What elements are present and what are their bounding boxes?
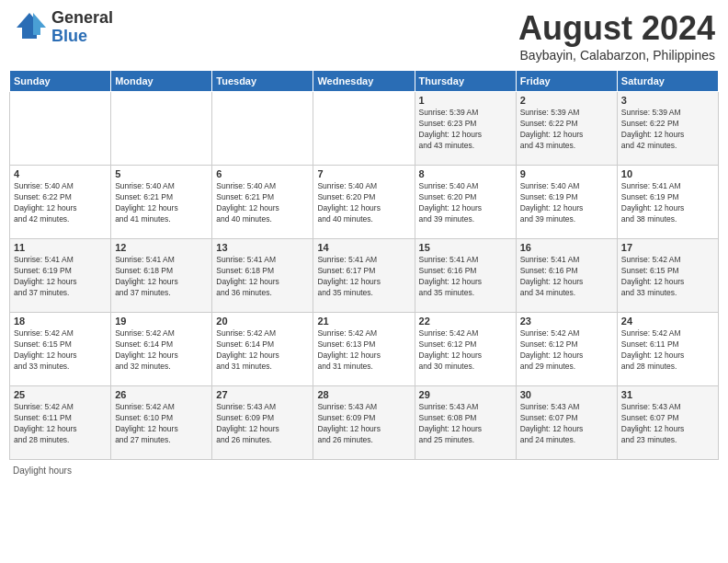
day-info: Sunrise: 5:40 AM Sunset: 6:19 PM Dayligh… xyxy=(520,181,613,225)
daylight-hours-label: Daylight hours xyxy=(13,465,72,476)
day-info: Sunrise: 5:42 AM Sunset: 6:15 PM Dayligh… xyxy=(14,328,107,373)
day-info: Sunrise: 5:40 AM Sunset: 6:21 PM Dayligh… xyxy=(216,181,309,225)
calendar-cell xyxy=(10,92,111,166)
calendar-cell: 9Sunrise: 5:40 AM Sunset: 6:19 PM Daylig… xyxy=(516,166,617,239)
day-info: Sunrise: 5:41 AM Sunset: 6:18 PM Dayligh… xyxy=(115,255,208,299)
day-number: 22 xyxy=(419,316,512,327)
day-number: 25 xyxy=(14,389,107,400)
calendar-cell: 16Sunrise: 5:41 AM Sunset: 6:16 PM Dayli… xyxy=(516,239,617,313)
calendar-cell: 28Sunrise: 5:43 AM Sunset: 6:09 PM Dayli… xyxy=(313,386,415,460)
day-info: Sunrise: 5:41 AM Sunset: 6:19 PM Dayligh… xyxy=(14,255,107,299)
day-info: Sunrise: 5:43 AM Sunset: 6:09 PM Dayligh… xyxy=(216,402,309,446)
day-info: Sunrise: 5:42 AM Sunset: 6:11 PM Dayligh… xyxy=(14,402,107,446)
day-info: Sunrise: 5:39 AM Sunset: 6:22 PM Dayligh… xyxy=(520,108,613,152)
day-info: Sunrise: 5:42 AM Sunset: 6:10 PM Dayligh… xyxy=(115,402,208,446)
day-number: 9 xyxy=(520,168,613,179)
day-number: 24 xyxy=(621,316,714,327)
day-info: Sunrise: 5:40 AM Sunset: 6:22 PM Dayligh… xyxy=(14,181,107,225)
day-info: Sunrise: 5:43 AM Sunset: 6:07 PM Dayligh… xyxy=(621,402,714,446)
day-info: Sunrise: 5:39 AM Sunset: 6:22 PM Dayligh… xyxy=(621,108,714,152)
day-number: 30 xyxy=(520,389,613,400)
month-year-title: August 2024 xyxy=(518,9,715,48)
day-number: 11 xyxy=(14,242,107,253)
title-block: August 2024 Baybayin, Calabarzon, Philip… xyxy=(518,9,715,63)
day-info: Sunrise: 5:40 AM Sunset: 6:20 PM Dayligh… xyxy=(317,181,410,225)
calendar-cell: 31Sunrise: 5:43 AM Sunset: 6:07 PM Dayli… xyxy=(617,386,718,460)
day-number: 4 xyxy=(14,168,107,179)
day-header-friday: Friday xyxy=(516,71,617,92)
day-number: 31 xyxy=(621,389,714,400)
calendar-cell: 11Sunrise: 5:41 AM Sunset: 6:19 PM Dayli… xyxy=(10,239,111,313)
calendar-cell: 2Sunrise: 5:39 AM Sunset: 6:22 PM Daylig… xyxy=(516,92,617,166)
page-header: General Blue August 2024 Baybayin, Calab… xyxy=(9,9,719,63)
day-number: 19 xyxy=(115,316,208,327)
calendar-cell: 8Sunrise: 5:40 AM Sunset: 6:20 PM Daylig… xyxy=(415,166,516,239)
calendar-cell: 29Sunrise: 5:43 AM Sunset: 6:08 PM Dayli… xyxy=(415,386,516,460)
day-info: Sunrise: 5:40 AM Sunset: 6:20 PM Dayligh… xyxy=(419,181,512,225)
day-info: Sunrise: 5:41 AM Sunset: 6:18 PM Dayligh… xyxy=(216,255,309,299)
day-info: Sunrise: 5:42 AM Sunset: 6:11 PM Dayligh… xyxy=(621,328,714,373)
day-info: Sunrise: 5:41 AM Sunset: 6:16 PM Dayligh… xyxy=(520,255,613,299)
calendar-cell: 30Sunrise: 5:43 AM Sunset: 6:07 PM Dayli… xyxy=(516,386,617,460)
logo-text: General Blue xyxy=(51,9,113,46)
day-number: 29 xyxy=(419,389,512,400)
day-number: 5 xyxy=(115,168,208,179)
calendar-cell: 10Sunrise: 5:41 AM Sunset: 6:19 PM Dayli… xyxy=(617,166,718,239)
location-subtitle: Baybayin, Calabarzon, Philippines xyxy=(518,48,715,63)
day-number: 8 xyxy=(419,168,512,179)
day-number: 16 xyxy=(520,242,613,253)
day-number: 23 xyxy=(520,316,613,327)
day-header-sunday: Sunday xyxy=(10,71,111,92)
day-number: 28 xyxy=(317,389,410,400)
calendar-cell: 27Sunrise: 5:43 AM Sunset: 6:09 PM Dayli… xyxy=(212,386,313,460)
calendar-cell: 25Sunrise: 5:42 AM Sunset: 6:11 PM Dayli… xyxy=(10,386,111,460)
calendar-header-row: SundayMondayTuesdayWednesdayThursdayFrid… xyxy=(10,71,719,92)
calendar-cell xyxy=(313,92,415,166)
calendar-cell: 18Sunrise: 5:42 AM Sunset: 6:15 PM Dayli… xyxy=(10,313,111,386)
calendar-cell: 23Sunrise: 5:42 AM Sunset: 6:12 PM Dayli… xyxy=(516,313,617,386)
day-info: Sunrise: 5:43 AM Sunset: 6:09 PM Dayligh… xyxy=(317,402,410,446)
calendar-cell: 13Sunrise: 5:41 AM Sunset: 6:18 PM Dayli… xyxy=(212,239,313,313)
day-header-tuesday: Tuesday xyxy=(212,71,313,92)
calendar-week-row: 4Sunrise: 5:40 AM Sunset: 6:22 PM Daylig… xyxy=(10,166,719,239)
calendar-week-row: 25Sunrise: 5:42 AM Sunset: 6:11 PM Dayli… xyxy=(10,386,719,460)
day-info: Sunrise: 5:41 AM Sunset: 6:19 PM Dayligh… xyxy=(621,181,714,225)
calendar-week-row: 18Sunrise: 5:42 AM Sunset: 6:15 PM Dayli… xyxy=(10,313,719,386)
calendar-cell xyxy=(111,92,212,166)
day-number: 13 xyxy=(216,242,309,253)
day-info: Sunrise: 5:43 AM Sunset: 6:08 PM Dayligh… xyxy=(419,402,512,446)
calendar-cell: 1Sunrise: 5:39 AM Sunset: 6:23 PM Daylig… xyxy=(415,92,516,166)
calendar-cell: 22Sunrise: 5:42 AM Sunset: 6:12 PM Dayli… xyxy=(415,313,516,386)
day-info: Sunrise: 5:42 AM Sunset: 6:14 PM Dayligh… xyxy=(115,328,208,373)
day-info: Sunrise: 5:39 AM Sunset: 6:23 PM Dayligh… xyxy=(419,108,512,152)
day-info: Sunrise: 5:43 AM Sunset: 6:07 PM Dayligh… xyxy=(520,402,613,446)
logo: General Blue xyxy=(13,9,113,46)
logo-icon xyxy=(13,9,46,42)
day-info: Sunrise: 5:42 AM Sunset: 6:12 PM Dayligh… xyxy=(520,328,613,373)
day-header-thursday: Thursday xyxy=(415,71,516,92)
calendar-cell: 20Sunrise: 5:42 AM Sunset: 6:14 PM Dayli… xyxy=(212,313,313,386)
calendar-cell: 7Sunrise: 5:40 AM Sunset: 6:20 PM Daylig… xyxy=(313,166,415,239)
day-info: Sunrise: 5:42 AM Sunset: 6:12 PM Dayligh… xyxy=(419,328,512,373)
calendar-cell: 12Sunrise: 5:41 AM Sunset: 6:18 PM Dayli… xyxy=(111,239,212,313)
day-number: 10 xyxy=(621,168,714,179)
day-number: 26 xyxy=(115,389,208,400)
day-info: Sunrise: 5:41 AM Sunset: 6:17 PM Dayligh… xyxy=(317,255,410,299)
day-number: 21 xyxy=(317,316,410,327)
day-number: 14 xyxy=(317,242,410,253)
calendar-table: SundayMondayTuesdayWednesdayThursdayFrid… xyxy=(9,70,719,460)
day-number: 12 xyxy=(115,242,208,253)
calendar-cell: 21Sunrise: 5:42 AM Sunset: 6:13 PM Dayli… xyxy=(313,313,415,386)
day-info: Sunrise: 5:42 AM Sunset: 6:15 PM Dayligh… xyxy=(621,255,714,299)
calendar-cell: 14Sunrise: 5:41 AM Sunset: 6:17 PM Dayli… xyxy=(313,239,415,313)
day-number: 1 xyxy=(419,95,512,106)
day-number: 18 xyxy=(14,316,107,327)
day-number: 6 xyxy=(216,168,309,179)
calendar-cell: 24Sunrise: 5:42 AM Sunset: 6:11 PM Dayli… xyxy=(617,313,718,386)
day-header-monday: Monday xyxy=(111,71,212,92)
day-header-saturday: Saturday xyxy=(617,71,718,92)
day-info: Sunrise: 5:40 AM Sunset: 6:21 PM Dayligh… xyxy=(115,181,208,225)
day-header-wednesday: Wednesday xyxy=(313,71,415,92)
calendar-cell xyxy=(212,92,313,166)
day-number: 3 xyxy=(621,95,714,106)
